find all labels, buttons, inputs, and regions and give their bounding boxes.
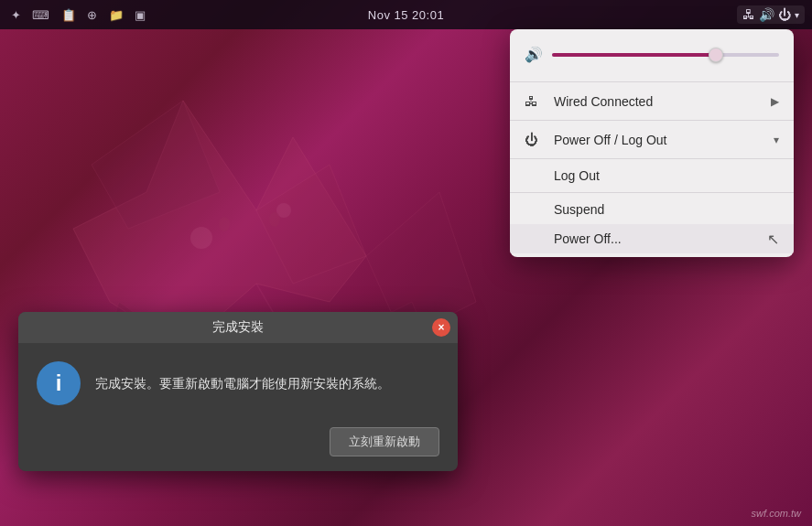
logout-label: Log Out	[554, 168, 600, 183]
topbar: ✦ ⌨ 📋 ⊕ 📁 ▣ Nov 15 20:01 🖧 🔊 ⏻ ▾	[0, 0, 812, 29]
power-icon: ⏻	[525, 132, 543, 147]
wired-label: Wired Connected	[554, 94, 760, 109]
divider-4	[510, 192, 794, 193]
brightness-icon[interactable]: ✦	[7, 6, 25, 24]
dialog-title: 完成安裝	[212, 319, 264, 336]
restart-now-button[interactable]: 立刻重新啟動	[330, 427, 439, 456]
suspend-label: Suspend	[554, 202, 604, 217]
logout-item[interactable]: Log Out	[510, 161, 794, 190]
volume-row[interactable]: 🔊	[510, 38, 794, 70]
svg-point-8	[219, 217, 230, 231]
accessibility-icon[interactable]: ⊕	[83, 6, 101, 24]
network-tray-icon: 🖧	[742, 7, 755, 22]
topbar-left: ✦ ⌨ 📋 ⊕ 📁 ▣	[7, 6, 273, 23]
volume-slider-track[interactable]	[552, 53, 779, 57]
volume-slider-thumb[interactable]	[709, 48, 723, 62]
cursor-icon: ↖	[767, 231, 779, 248]
suspend-item[interactable]: Suspend	[510, 195, 794, 224]
volume-icon: 🔊	[525, 46, 543, 63]
watermark: swf.com.tw	[752, 508, 801, 519]
keyboard-icon[interactable]: ⌨	[28, 6, 53, 24]
folder-icon[interactable]: 📁	[105, 6, 127, 24]
info-icon: i	[37, 361, 81, 405]
wired-arrow-icon: ▶	[771, 95, 779, 108]
volume-section: 🔊	[510, 29, 794, 80]
power-dropdown-icon: ▾	[774, 134, 779, 146]
power-menu-item[interactable]: ⏻ Power Off / Log Out ▾	[510, 123, 794, 156]
datetime-display: Nov 15 20:01	[273, 8, 538, 22]
desktop: ✦ ⌨ 📋 ⊕ 📁 ▣ Nov 15 20:01 🖧 🔊 ⏻ ▾ 🔊	[0, 0, 812, 526]
window-icon[interactable]: ▣	[131, 6, 149, 24]
tray-group[interactable]: 🖧 🔊 ⏻ ▾	[737, 5, 805, 24]
clipboard-icon[interactable]: 📋	[58, 6, 80, 24]
divider-3	[510, 158, 794, 159]
svg-point-9	[269, 212, 280, 227]
network-icon: 🖧	[525, 93, 543, 109]
dialog-body: i 完成安裝。要重新啟動電腦才能使用新安裝的系統。	[18, 343, 458, 420]
tray-chevron-icon: ▾	[795, 10, 799, 20]
power-label: Power Off / Log Out	[554, 133, 763, 147]
dialog-titlebar: 完成安裝 ×	[18, 312, 458, 343]
system-dropdown-panel: 🔊 🖧 Wired Connected ▶ ⏻ Power Off / Log …	[510, 29, 794, 257]
volume-slider-fill	[552, 53, 716, 57]
poweroff-item[interactable]: Power Off... ↖	[510, 224, 794, 253]
dialog-close-button[interactable]: ×	[432, 318, 450, 337]
poweroff-label: Power Off...	[554, 231, 622, 246]
system-tray: 🖧 🔊 ⏻ ▾	[539, 5, 805, 24]
divider-2	[510, 120, 794, 121]
dialog-message: 完成安裝。要重新啟動電腦才能使用新安裝的系統。	[95, 374, 390, 393]
power-tray-icon: ⏻	[778, 7, 791, 22]
dialog-footer: 立刻重新啟動	[18, 420, 458, 471]
wired-connected-item[interactable]: 🖧 Wired Connected ▶	[510, 84, 794, 118]
divider-1	[510, 81, 794, 82]
installation-dialog: 完成安裝 × i 完成安裝。要重新啟動電腦才能使用新安裝的系統。 立刻重新啟動	[18, 312, 458, 471]
volume-tray-icon: 🔊	[759, 7, 774, 22]
svg-point-2	[190, 227, 212, 249]
